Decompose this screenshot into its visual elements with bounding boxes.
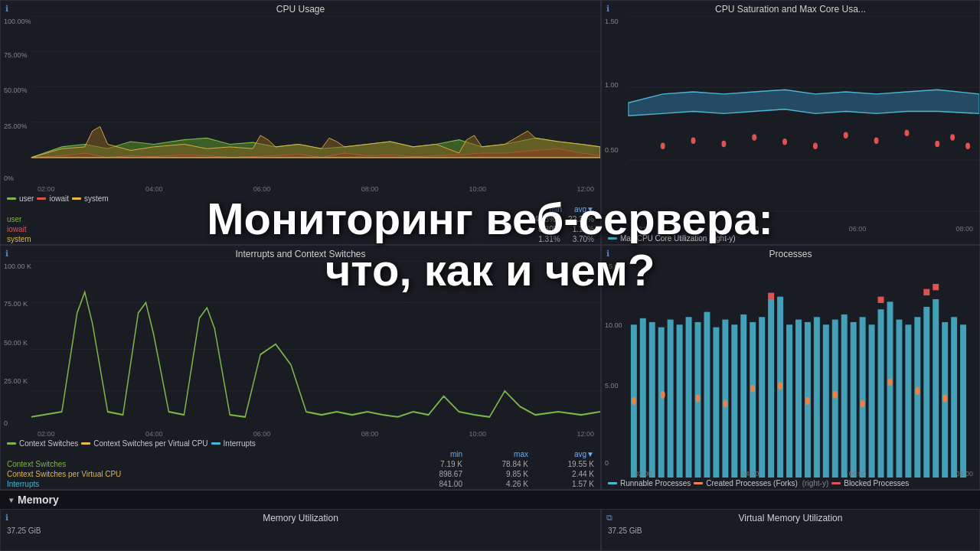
legend-forks: Created Processes (Forks) (right-y) — [694, 479, 828, 487]
svg-point-76 — [915, 387, 920, 395]
svg-rect-80 — [923, 289, 929, 295]
svg-rect-62 — [933, 299, 939, 478]
svg-point-19 — [844, 132, 848, 138]
int-stats-header: min max avg▼ — [1, 449, 600, 459]
vmem-y-label: 37.25 GiB — [602, 525, 979, 536]
svg-rect-64 — [951, 317, 957, 478]
svg-rect-31 — [649, 322, 655, 478]
legend-runnable: Runnable Processes — [608, 479, 691, 487]
memory-util-title: ℹ Memory Utilization — [1, 510, 600, 525]
cpu-usage-title: ℹ CPU Usage — [1, 1, 600, 16]
int-stat-ctx: Context Switches 7.19 K 78.84 K 19.55 K — [1, 459, 600, 469]
processes-panel: ℹ Processes 15.00 10.00 5.00 0 — [601, 245, 980, 490]
svg-point-15 — [721, 141, 726, 147]
interrupts-chart: 100.00 K 75.00 K 50.00 K 25.00 K 0 02 — [1, 261, 600, 438]
svg-rect-46 — [786, 324, 792, 478]
legend-system: system — [72, 194, 109, 203]
legend-interrupts: Interrupts — [211, 439, 256, 448]
cpu-stat-iowait: iowait 0.30% 1.16% — [1, 224, 600, 234]
svg-rect-49 — [814, 317, 820, 478]
svg-point-67 — [661, 391, 665, 399]
dashboard: Мониторинг веб-сервера: что, как и чем? … — [0, 0, 980, 551]
cpu-saturation-title: ℹ CPU Saturation and Max Core Usa... — [602, 1, 979, 16]
info-icon-proc: ℹ — [606, 249, 609, 259]
sat-y-0: 0 — [605, 214, 609, 222]
svg-rect-60 — [914, 317, 920, 478]
svg-point-17 — [782, 139, 787, 145]
svg-point-13 — [661, 143, 665, 149]
sat-y-150: 1.50 — [605, 18, 619, 25]
cpu-sat-svg — [602, 16, 979, 233]
legend-ctx: Context Switches — [7, 439, 78, 448]
external-link-icon: ⧉ — [606, 513, 612, 523]
svg-rect-53 — [851, 322, 857, 478]
svg-point-75 — [887, 378, 892, 386]
info-icon-mem: ℹ — [5, 513, 8, 523]
svg-rect-33 — [668, 320, 674, 478]
svg-marker-7 — [31, 126, 600, 157]
svg-point-74 — [861, 399, 865, 407]
sat-x-axis: 02:00 04:00 06:00 08:00 — [629, 225, 979, 233]
svg-rect-35 — [686, 317, 692, 478]
proc-legend: Runnable Processes Created Processes (Fo… — [602, 478, 979, 489]
y-label-0: 0% — [4, 174, 14, 182]
svg-point-77 — [942, 395, 947, 403]
svg-rect-56 — [878, 309, 884, 478]
svg-rect-41 — [740, 315, 746, 478]
memory-panels-row: ℹ Memory Utilization 37.25 GiB ⧉ Virtual… — [0, 509, 980, 551]
svg-rect-34 — [677, 324, 683, 478]
y-label-25: 25.00% — [4, 122, 28, 130]
svg-point-72 — [805, 397, 810, 405]
svg-rect-65 — [960, 324, 966, 478]
int-stat-ctx-vcpu: Context Switches per Virtual CPU 898.67 … — [1, 469, 600, 479]
svg-rect-42 — [750, 322, 756, 478]
legend-iowait: iowait — [37, 194, 69, 203]
virtual-memory-panel: ⧉ Virtual Memory Utilization 37.25 GiB — [601, 509, 980, 551]
interrupts-title: ℹ Interrupts and Context Switches — [1, 246, 600, 261]
svg-rect-52 — [841, 315, 848, 478]
memory-section-header[interactable]: ▾ Memory — [0, 490, 980, 509]
chevron-icon: ▾ — [9, 496, 13, 504]
svg-point-18 — [813, 143, 818, 149]
svg-rect-37 — [704, 312, 710, 478]
interrupts-panel: ℹ Interrupts and Context Switches 100.00… — [0, 245, 601, 490]
proc-x-axis: 02:00 04:00 06:00 08:00 — [629, 470, 979, 478]
svg-rect-58 — [896, 320, 902, 478]
legend-blocked: Blocked Processes — [831, 479, 909, 487]
svg-point-71 — [778, 382, 782, 390]
svg-marker-12 — [629, 90, 979, 116]
svg-point-16 — [752, 134, 756, 140]
svg-rect-54 — [860, 317, 866, 478]
info-icon-cpu: ℹ — [5, 4, 8, 14]
int-legend: Context Switches Context Switches per Vi… — [1, 438, 600, 449]
y-label-100: 100.00% — [4, 18, 31, 25]
svg-rect-32 — [658, 328, 665, 478]
svg-rect-55 — [869, 324, 875, 478]
cpu-usage-legend: user iowait system — [1, 193, 600, 204]
svg-point-20 — [874, 137, 879, 143]
cpu-usage-x-axis: 02:00 04:00 06:00 08:00 10:00 12:00 — [31, 185, 600, 193]
mem-y-label: 37.25 GiB — [1, 525, 600, 536]
cpu-saturation-panel: ℹ CPU Saturation and Max Core Usa... 1.5… — [601, 0, 980, 245]
processes-svg — [602, 261, 979, 478]
svg-rect-57 — [887, 302, 893, 478]
cpu-stat-system: system 1.31% 3.70% — [1, 234, 600, 244]
cpu-usage-svg — [1, 16, 600, 193]
svg-point-22 — [935, 141, 939, 147]
svg-rect-38 — [713, 328, 719, 478]
svg-rect-79 — [878, 297, 884, 303]
svg-rect-30 — [640, 318, 646, 478]
svg-point-24 — [965, 143, 970, 149]
svg-rect-59 — [905, 324, 911, 478]
svg-rect-43 — [759, 317, 765, 478]
svg-rect-78 — [768, 293, 774, 299]
legend-cpu-util: Max CPU Core Utilization (right-y) — [608, 234, 736, 243]
y-label-75: 75.00% — [4, 51, 28, 59]
cpu-usage-panel: ℹ CPU Usage 100.00% 75.00% 50.00% 25.00%… — [0, 0, 601, 245]
svg-rect-50 — [823, 324, 829, 478]
processes-chart: 15.00 10.00 5.00 0 — [602, 261, 979, 478]
svg-point-66 — [632, 397, 636, 405]
cpu-sat-legend: Max CPU Core Utilization (right-y) — [602, 233, 979, 244]
memory-section-label: Memory — [18, 494, 59, 506]
info-icon-int: ℹ — [5, 249, 8, 259]
